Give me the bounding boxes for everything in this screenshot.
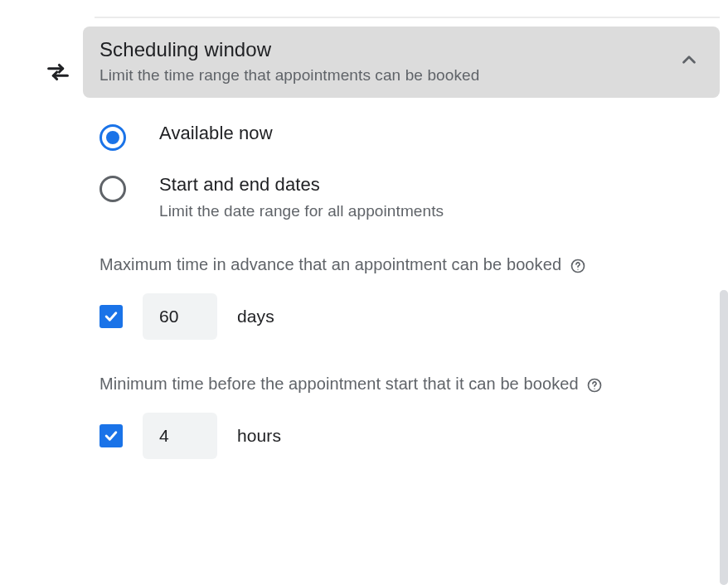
radio-sublabel: Limit the date range for all appointment… <box>159 202 444 220</box>
min-before-value-input[interactable]: 4 <box>143 413 217 459</box>
radio-start-end-dates[interactable]: Start and end dates Limit the date range… <box>99 174 703 220</box>
section-subtitle: Limit the time range that appointments c… <box>99 66 479 85</box>
radio-icon <box>99 176 126 202</box>
section-title: Scheduling window <box>99 38 479 61</box>
radio-available-now[interactable]: Available now <box>99 123 703 151</box>
max-advance-value-input[interactable]: 60 <box>143 293 217 340</box>
radio-label: Available now <box>159 123 273 144</box>
svg-point-1 <box>577 268 578 269</box>
max-advance-unit: days <box>237 307 274 326</box>
min-before-checkbox[interactable] <box>99 424 123 447</box>
scheduling-window-header[interactable]: Scheduling window Limit the time range t… <box>83 27 720 98</box>
chevron-up-icon <box>678 49 700 74</box>
min-before-label: Minimum time before the appointment star… <box>99 371 630 396</box>
svg-point-3 <box>595 388 595 389</box>
help-icon[interactable] <box>570 258 586 274</box>
max-advance-label: Maximum time in advance that an appointm… <box>99 252 630 277</box>
max-advance-checkbox[interactable] <box>99 305 123 328</box>
scrollbar-thumb[interactable] <box>720 290 728 585</box>
min-before-unit: hours <box>237 426 281 446</box>
divider <box>95 17 720 18</box>
swap-horizontal-icon <box>44 58 72 89</box>
help-icon[interactable] <box>586 377 603 394</box>
radio-label: Start and end dates <box>159 174 444 196</box>
scrollbar[interactable] <box>720 290 728 585</box>
radio-icon <box>99 124 126 151</box>
